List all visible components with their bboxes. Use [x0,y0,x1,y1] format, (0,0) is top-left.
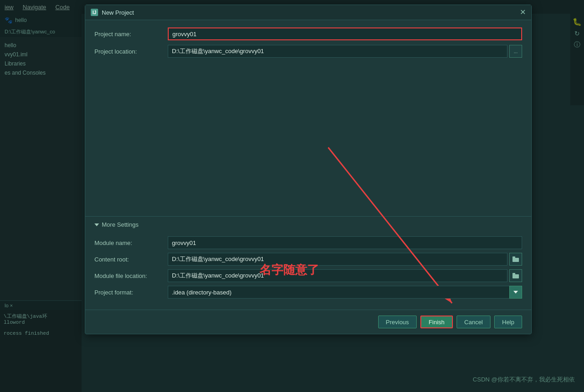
cancel-button[interactable]: Cancel [457,316,490,328]
project-format-select[interactable]: .idea (directory-based) .ipr (file-based… [168,286,522,299]
dialog-titlebar: IJ New Project ✕ [85,5,531,20]
module-file-location-input[interactable] [168,269,507,282]
help-button[interactable]: Help [494,316,522,328]
svg-rect-3 [512,256,515,258]
project-name-row: Project name: [94,27,522,40]
svg-rect-2 [512,258,519,262]
project-location-row: Project location: ... [94,45,522,58]
project-format-label: Project format: [94,289,168,296]
more-settings-body: Module name: Content root: Module file l… [85,233,531,310]
project-location-label: Project location: [94,48,168,55]
browse-content-root-button[interactable] [509,253,522,266]
project-format-wrapper: .idea (directory-based) .ipr (file-based… [168,286,522,299]
dialog-title-left: IJ New Project [91,9,134,16]
finish-button[interactable]: Finish [420,316,453,328]
module-name-input[interactable] [168,236,522,249]
dialog-title: New Project [102,9,134,16]
project-name-input[interactable] [168,27,522,40]
browse-module-file-button[interactable] [509,269,522,282]
content-root-input[interactable] [168,253,507,266]
project-location-input[interactable] [168,45,507,58]
content-root-row: Content root: [94,253,522,266]
csdn-watermark: CSDN @你若不离不弃，我必生死相依 [473,376,575,384]
more-settings-label: More Settings [102,221,138,228]
project-format-row: Project format: .idea (directory-based) … [94,286,522,299]
content-root-label: Content root: [94,256,168,263]
project-name-label: Project name: [94,31,168,38]
new-project-dialog: IJ New Project ✕ Project name: Project l… [85,5,532,334]
previous-button[interactable]: Previous [378,316,417,328]
dialog-body-top: Project name: Project location: ... [85,20,531,70]
dialog-footer: Previous Finish Cancel Help [85,310,531,334]
chevron-down-icon [94,223,99,226]
module-file-location-row: Module file location: [94,269,522,282]
dialog-middle-area: 名字随意了 [85,70,531,216]
module-name-label: Module name: [94,240,168,246]
browse-location-button[interactable]: ... [509,45,522,58]
dialog-close-button[interactable]: ✕ [520,9,526,16]
module-name-row: Module name: [94,236,522,249]
dialog-app-icon: IJ [91,9,98,16]
more-settings-header[interactable]: More Settings [85,216,531,233]
module-file-location-label: Module file location: [94,272,168,279]
svg-rect-5 [512,273,515,275]
svg-rect-4 [512,274,519,278]
